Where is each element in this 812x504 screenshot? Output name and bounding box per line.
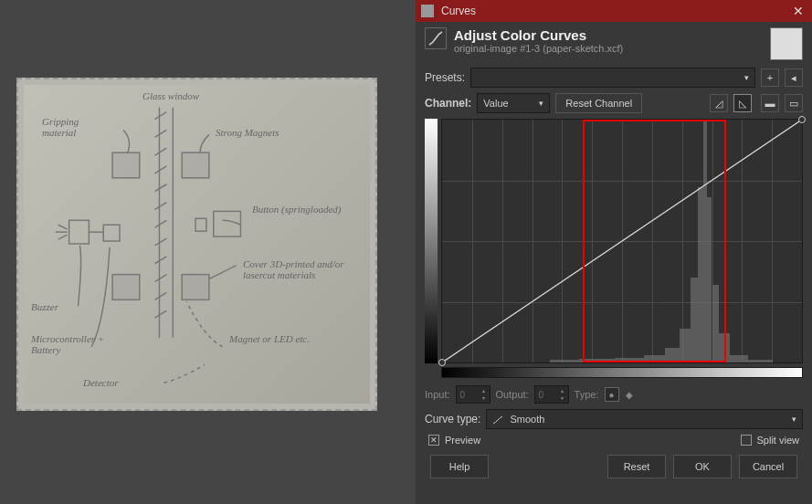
- histogram-log-button[interactable]: ◺: [733, 94, 752, 112]
- cancel-button[interactable]: Cancel: [739, 455, 797, 478]
- sketch-label-magnetled: Magnet or LED etc.: [229, 333, 311, 344]
- output-options-button[interactable]: ▭: [785, 94, 803, 112]
- svg-rect-24: [214, 211, 241, 236]
- svg-rect-15: [112, 275, 140, 300]
- curves-icon: [425, 27, 447, 49]
- split-view-label: Split view: [757, 435, 799, 446]
- svg-line-13: [155, 310, 167, 318]
- sketch-label-magnets: Strong Magnets: [216, 127, 279, 138]
- svg-line-2: [155, 112, 167, 120]
- point-type-corner-button[interactable]: ◆: [622, 387, 637, 402]
- input-options-button[interactable]: ▬: [761, 94, 779, 112]
- add-preset-button[interactable]: +: [761, 68, 779, 87]
- chevron-down-icon: ▾: [744, 73, 749, 82]
- reset-channel-button[interactable]: Reset Channel: [555, 93, 642, 113]
- curve-type-label: Curve type:: [425, 413, 480, 425]
- output-gradient: [425, 119, 438, 363]
- curve-point-shadow[interactable]: [438, 359, 446, 366]
- output-spinner[interactable]: 0 ▴▾: [534, 385, 569, 404]
- dialog-title: Adjust Color Curves: [454, 27, 770, 43]
- svg-rect-18: [69, 220, 90, 244]
- curve-type-dropdown[interactable]: Smooth ▾: [486, 409, 803, 429]
- svg-line-9: [155, 238, 167, 246]
- input-gradient: [441, 367, 803, 378]
- sketch-label-micro: Microcontroller + Battery: [31, 333, 113, 355]
- svg-line-21: [58, 235, 68, 239]
- curves-graph[interactable]: [441, 119, 803, 363]
- chevron-down-icon: ▾: [539, 99, 543, 108]
- sketch-label-gripping: Gripping material: [42, 116, 97, 138]
- svg-line-10: [155, 257, 167, 264]
- svg-line-6: [155, 184, 167, 192]
- input-label: Input:: [425, 389, 450, 400]
- presets-label: Presets:: [425, 71, 465, 84]
- ok-button[interactable]: OK: [673, 455, 732, 478]
- chevron-down-icon: ▾: [792, 415, 796, 424]
- sketch-label-cover: Cover 3D-printed and/or lasercut materia…: [243, 258, 362, 280]
- svg-line-4: [155, 148, 167, 155]
- input-spinner[interactable]: 0 ▴▾: [456, 385, 490, 404]
- canvas-area[interactable]: Glass window Gripping material Strong Ma…: [16, 78, 377, 411]
- split-view-checkbox[interactable]: [741, 435, 752, 446]
- svg-line-19: [58, 225, 68, 229]
- svg-rect-16: [182, 152, 209, 178]
- point-type-smooth-button[interactable]: ●: [605, 387, 619, 402]
- app-icon: [421, 5, 434, 17]
- window-title: Curves: [441, 5, 790, 17]
- help-button[interactable]: Help: [430, 455, 489, 478]
- svg-line-11: [155, 275, 167, 282]
- channel-dropdown[interactable]: Value ▾: [477, 93, 550, 113]
- svg-rect-25: [195, 218, 206, 231]
- svg-line-7: [155, 203, 167, 210]
- svg-line-12: [155, 292, 167, 299]
- drawable-thumbnail[interactable]: [770, 27, 803, 60]
- dialog-subtitle: original-image #1-3 (paper-sketch.xcf): [454, 43, 770, 54]
- histogram-linear-button[interactable]: ◿: [710, 94, 728, 112]
- sketch-label-title: Glass window: [142, 90, 199, 101]
- preview-label: Preview: [445, 435, 480, 446]
- curve-point-highlight[interactable]: [798, 116, 806, 123]
- svg-rect-14: [112, 152, 140, 178]
- preset-menu-button[interactable]: ◂: [785, 68, 803, 87]
- svg-line-3: [155, 130, 167, 137]
- sketch-label-buzzer: Buzzer: [31, 301, 58, 312]
- sketch-image: Glass window Gripping material Strong Ma…: [24, 85, 370, 404]
- svg-rect-17: [182, 275, 209, 300]
- svg-rect-22: [103, 225, 120, 241]
- sketch-label-button: Button (springloaded): [252, 204, 362, 215]
- reset-button[interactable]: Reset: [607, 455, 666, 478]
- curves-dialog: Curves ✕ Adjust Color Curves original-im…: [416, 0, 812, 504]
- close-icon[interactable]: ✕: [790, 3, 807, 19]
- selection-marquee: Glass window Gripping material Strong Ma…: [16, 78, 377, 411]
- svg-line-8: [155, 220, 167, 227]
- titlebar[interactable]: Curves ✕: [416, 0, 812, 22]
- sketch-label-detector: Detector: [83, 377, 118, 388]
- channel-label: Channel:: [425, 97, 471, 110]
- type-label: Type:: [575, 389, 599, 400]
- preview-checkbox[interactable]: ✕: [428, 435, 439, 446]
- output-label: Output:: [496, 389, 529, 400]
- svg-line-5: [155, 166, 167, 173]
- presets-dropdown[interactable]: ▾: [470, 68, 755, 88]
